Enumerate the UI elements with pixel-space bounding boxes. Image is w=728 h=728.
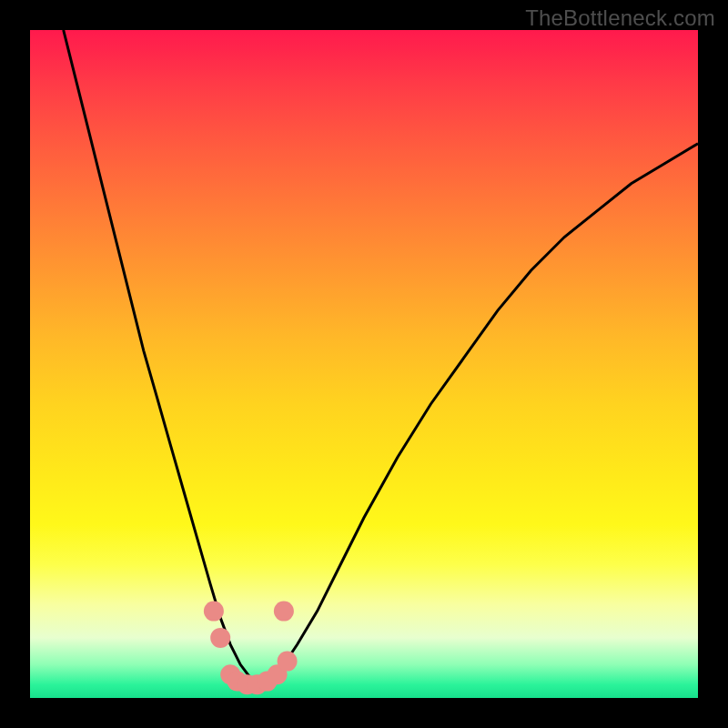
chart-plot-area (30, 30, 698, 698)
bottleneck-curve (64, 30, 698, 684)
curve-marker (210, 628, 230, 648)
curve-marker (204, 602, 224, 622)
outer-frame: TheBottleneck.com (0, 0, 728, 728)
curve-marker-group (204, 602, 298, 695)
chart-svg (30, 30, 698, 698)
watermark-text: TheBottleneck.com (525, 5, 715, 31)
curve-marker (274, 602, 294, 622)
curve-marker (278, 652, 298, 672)
